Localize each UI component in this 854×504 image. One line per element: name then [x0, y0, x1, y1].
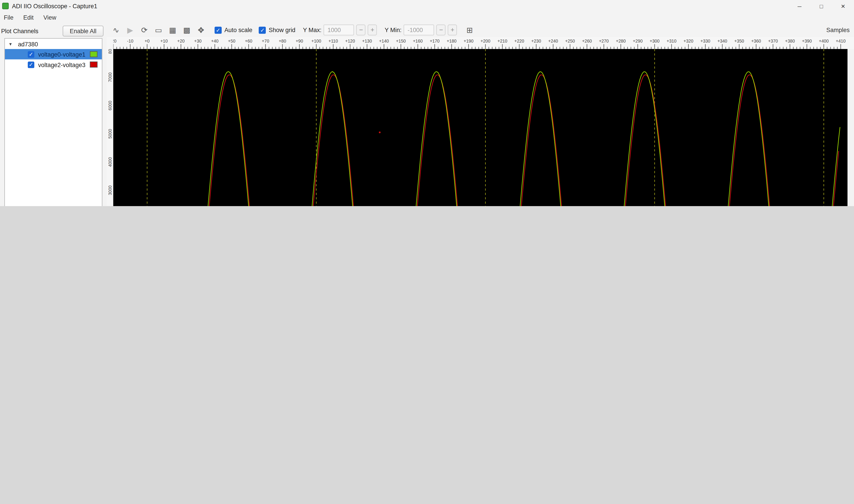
svg-text:+80: +80 [279, 38, 286, 43]
grid-arrangement-icon[interactable]: ▦ [166, 24, 180, 36]
svg-text:+250: +250 [565, 38, 575, 43]
y-max-increment-button[interactable]: + [368, 24, 377, 35]
svg-text:+160: +160 [413, 38, 423, 43]
close-button[interactable]: ✕ [832, 0, 854, 12]
y-min-input[interactable]: -1000 [404, 24, 434, 35]
channel-label: voltage0-voltage1 [38, 51, 90, 57]
svg-text:+340: +340 [717, 38, 727, 43]
svg-text:8000: 8000 [108, 49, 112, 54]
capture-toolbar: ∿▶⟳▭▦▩✥ ✓ Auto scale ✓ Show grid Y Max: … [107, 23, 854, 37]
svg-text:+410: +410 [836, 38, 846, 43]
minimize-button[interactable]: ─ [789, 0, 811, 12]
svg-text:+200: +200 [480, 38, 490, 43]
channel-color-swatch[interactable] [90, 51, 97, 57]
window-controls: ─□✕ [789, 0, 854, 12]
device-row-ad7380[interactable]: ▾ ad7380 [5, 39, 102, 49]
svg-text:+390: +390 [802, 38, 812, 43]
svg-text:+290: +290 [633, 38, 642, 43]
y-min-increment-button[interactable]: + [448, 24, 457, 35]
svg-text:-20: -20 [113, 38, 116, 43]
svg-text:+360: +360 [751, 38, 761, 43]
capture-sweep-icon[interactable]: ∿ [109, 24, 123, 36]
plot-channels-label: Plot Channels [1, 28, 38, 34]
svg-text:-10: -10 [127, 38, 133, 43]
svg-text:3000: 3000 [108, 185, 112, 195]
oscilloscope-plot[interactable] [113, 49, 847, 206]
svg-text:+90: +90 [296, 38, 303, 43]
svg-text:+320: +320 [684, 38, 693, 43]
menu-item-view[interactable]: View [42, 13, 60, 22]
svg-text:+280: +280 [616, 38, 625, 43]
svg-text:+400: +400 [819, 38, 829, 43]
svg-text:+70: +70 [262, 38, 269, 43]
menubar: FileEditView [0, 12, 854, 23]
svg-text:+120: +120 [345, 38, 355, 43]
samples-axis-label: Samples [826, 27, 850, 33]
svg-text:+170: +170 [430, 38, 440, 43]
expander-icon[interactable]: ▾ [10, 41, 15, 47]
x-axis-ruler: -20-10+0+10+20+30+40+50+60+70+80+90+100+… [107, 37, 854, 49]
svg-text:+220: +220 [514, 38, 524, 43]
auto-scale-checkbox[interactable]: ✓ Auto scale [215, 26, 252, 34]
svg-text:+270: +270 [599, 38, 609, 43]
channel-checkbox[interactable]: ✓ [28, 61, 34, 68]
svg-text:+20: +20 [177, 38, 184, 43]
y-min-decrement-button[interactable]: − [436, 24, 446, 35]
app-icon [2, 3, 9, 9]
enable-all-button[interactable]: Enable All [62, 25, 103, 37]
y-max-decrement-button[interactable]: − [357, 24, 366, 35]
svg-text:+230: +230 [531, 38, 541, 43]
svg-text:+330: +330 [701, 38, 710, 43]
channel-label: voltage2-voltage3 [38, 61, 90, 68]
svg-text:4000: 4000 [108, 157, 112, 167]
svg-text:+110: +110 [328, 38, 338, 43]
svg-text:+210: +210 [497, 38, 507, 43]
menu-item-edit[interactable]: Edit [22, 13, 38, 22]
svg-text:+0: +0 [145, 38, 149, 43]
channel-row-voltage2-voltage3[interactable]: ✓voltage2-voltage3 [5, 59, 102, 70]
channel-colors-icon[interactable]: ▩ [180, 24, 194, 36]
y-axis-labels: 800070006000500040003000200010000-1000-2… [107, 49, 113, 206]
titlebar: ADI IIO Oscilloscope - Capture1 ─□✕ [0, 0, 854, 12]
svg-text:+140: +140 [379, 38, 389, 43]
svg-text:5000: 5000 [108, 129, 112, 139]
y-min-label: Y Min: [385, 27, 402, 33]
svg-text:+350: +350 [734, 38, 744, 43]
restart-capture-icon[interactable]: ⟳ [137, 24, 151, 36]
channel-row-voltage0-voltage1[interactable]: ✓voltage0-voltage1 [5, 49, 102, 59]
svg-text:+370: +370 [768, 38, 778, 43]
app-window: ADI IIO Oscilloscope - Capture1 ─□✕ File… [0, 0, 854, 206]
new-plot-icon[interactable]: ⊞ [462, 24, 477, 36]
maximize-button[interactable]: □ [810, 0, 832, 12]
svg-text:+150: +150 [396, 38, 406, 43]
y-max-label: Y Max: [303, 27, 322, 33]
svg-text:+40: +40 [211, 38, 219, 43]
svg-text:6000: 6000 [108, 101, 112, 110]
svg-text:+260: +260 [582, 38, 592, 43]
svg-text:7000: 7000 [108, 72, 112, 82]
show-grid-checkbox[interactable]: ✓ Show grid [259, 26, 295, 34]
channel-checkbox[interactable]: ✓ [28, 51, 34, 57]
menu-item-file[interactable]: File [3, 13, 18, 22]
svg-text:+300: +300 [650, 38, 659, 43]
channel-tree: ▾ ad7380 ✓voltage0-voltage1✓voltage2-vol… [4, 38, 103, 206]
svg-text:+10: +10 [160, 38, 168, 43]
svg-text:+30: +30 [194, 38, 202, 43]
svg-text:+310: +310 [667, 38, 676, 43]
svg-text:+100: +100 [311, 38, 321, 43]
play-icon: ▶ [123, 24, 137, 36]
svg-text:+380: +380 [785, 38, 795, 43]
svg-text:+50: +50 [228, 38, 235, 43]
device-name: ad7380 [18, 40, 38, 47]
svg-text:+240: +240 [548, 38, 558, 43]
channel-color-swatch[interactable] [90, 61, 97, 68]
svg-text:+130: +130 [362, 38, 372, 43]
sidebar: Plot Channels Enable All ▾ ad7380 ✓volta… [0, 23, 107, 206]
pan-icon[interactable]: ✥ [194, 24, 208, 36]
checkbox-checked-icon: ✓ [259, 26, 266, 34]
y-max-input[interactable]: 1000 [324, 24, 354, 35]
svg-text:+60: +60 [245, 38, 252, 43]
snapshot-icon[interactable]: ▭ [151, 24, 166, 36]
auto-scale-label: Auto scale [224, 27, 252, 33]
show-grid-label: Show grid [269, 27, 295, 33]
